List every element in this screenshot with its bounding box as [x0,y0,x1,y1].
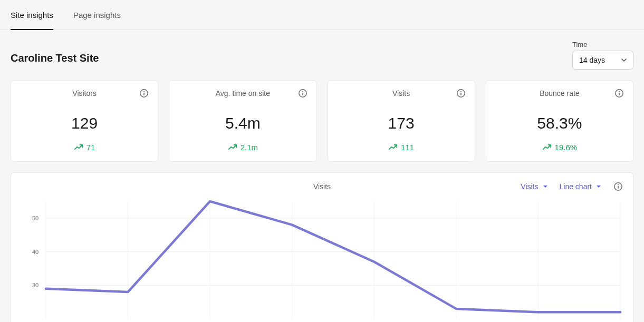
trend-up-icon [74,143,83,151]
time-select[interactable]: 14 days [572,51,633,70]
card-title: Visitors [72,89,97,97]
info-icon-svg [613,182,623,191]
trend: 19.6% [542,143,578,152]
info-icon[interactable] [297,88,308,99]
svg-rect-8 [460,93,462,95]
caret-down-icon [543,185,548,188]
svg-point-10 [619,91,620,92]
card-title: Visits [392,89,410,97]
header-row: Caroline Test Site Time 14 days [0,30,644,80]
info-icon-svg [298,89,307,98]
card-title: Avg. time on site [216,89,270,97]
y-axis-tick: 40 [32,249,39,255]
card-avg-time: Avg. time on site 5.4m 2.1m [169,80,316,162]
tab-page-insights-label: Page insights [73,11,121,19]
tab-page-insights[interactable]: Page insights [73,0,121,30]
time-label: Time [572,41,633,48]
trend-value: 71 [86,143,95,152]
chart-svg [21,200,623,319]
chart-type-dropdown[interactable]: Line chart [560,182,601,191]
info-icon-svg [456,89,466,98]
info-icon[interactable] [613,181,623,192]
svg-rect-5 [302,93,303,95]
svg-point-4 [302,91,303,92]
chart-area: 304050 [21,200,623,319]
tab-site-insights[interactable]: Site insights [11,0,53,30]
info-icon[interactable] [139,88,149,99]
trend-up-icon [542,143,552,151]
caret-down-icon [596,185,601,188]
info-icon[interactable] [614,88,624,99]
trend: 111 [388,143,414,152]
svg-point-7 [460,91,462,92]
chart-controls: Visits Line chart [521,181,623,192]
chart-card: Visits Visits Line chart 304050 [11,172,633,322]
svg-rect-11 [619,93,620,95]
tab-site-insights-label: Site insights [11,11,53,19]
trend: 2.1m [228,143,258,152]
y-axis-tick: 30 [32,282,39,288]
metric-value: 5.4m [225,114,261,132]
trend-up-icon [228,143,237,151]
svg-point-13 [618,184,619,186]
trend: 71 [74,143,95,152]
time-filter: Time 14 days [572,41,633,70]
card-visits: Visits 173 111 [328,80,475,162]
metric-value: 58.3% [537,114,582,132]
card-bounce-rate: Bounce rate 58.3% 19.6% [486,80,633,162]
chart-type-dropdown-label: Line chart [560,182,592,191]
svg-rect-2 [143,93,145,95]
card-title: Bounce rate [540,89,580,97]
svg-rect-14 [618,186,619,189]
metric-value: 173 [388,114,415,132]
chart-metric-dropdown-label: Visits [521,182,538,191]
tabs-bar: Site insights Page insights [0,0,644,30]
info-icon[interactable] [456,88,466,99]
info-icon-svg [139,89,149,98]
page-title: Caroline Test Site [11,52,99,64]
caret-down-icon [621,58,627,62]
trend-value: 111 [401,143,414,152]
metric-value: 129 [71,114,98,132]
trend-value: 2.1m [241,143,258,152]
time-select-value: 14 days [579,56,605,64]
trend-value: 19.6% [555,143,578,152]
trend-up-icon [388,143,398,151]
card-visitors: Visitors 129 71 [11,80,158,162]
chart-header: Visits Visits Line chart [21,181,623,192]
metric-cards: Visitors 129 71 Avg. time on site 5.4m 2… [0,80,644,172]
chart-metric-dropdown[interactable]: Visits [521,182,547,191]
info-icon-svg [614,89,624,98]
y-axis-tick: 50 [32,215,39,221]
svg-point-1 [143,91,145,92]
